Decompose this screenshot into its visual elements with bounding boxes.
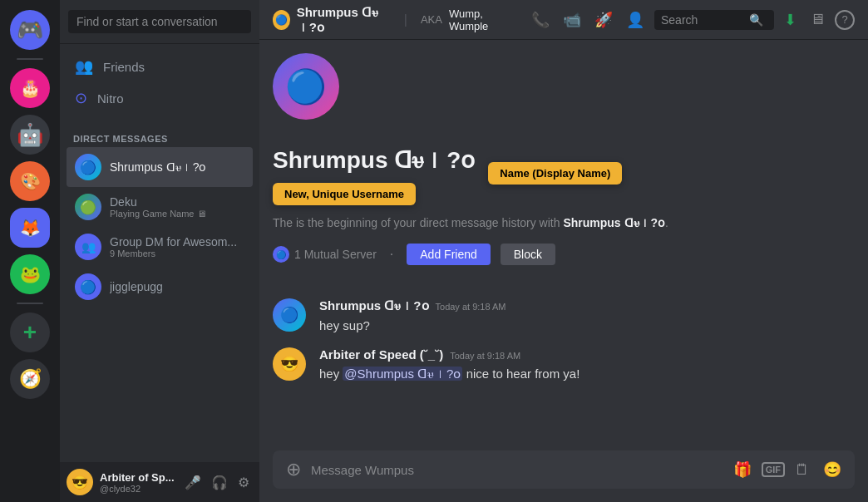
user-panel: 😎 Arbiter of Sp... @clyde32 🎤 🎧 ⚙ <box>60 462 259 502</box>
profile-history-text: The is the beginning of your direct mess… <box>273 216 855 230</box>
gif-button[interactable]: GIF <box>762 462 785 477</box>
add-friend-dm-button[interactable]: 👤 <box>623 7 648 32</box>
group-avatar: 👥 <box>75 234 101 260</box>
search-box: 🔍 <box>654 10 774 30</box>
shrumpus-item-info: Shrumpus ꓷᵿ꒐?ᴏ <box>110 160 206 175</box>
friends-icon: 👥 <box>75 57 93 76</box>
sticker-button[interactable]: 🗒 <box>792 458 813 482</box>
group-status: 9 Members <box>110 249 237 258</box>
username-tooltip: New, Unique Username <box>273 183 416 205</box>
explore-servers-button[interactable]: 🧭 <box>10 359 50 399</box>
top-bar-icons: 📞 📹 🚀 👤 🔍 ⬇ 🖥 ? <box>528 7 855 32</box>
shrumpus-msg-avatar: 🔵 <box>273 298 306 332</box>
profile-history-name: Shrumpus ꓷᵿ꒐?ᴏ <box>563 216 665 229</box>
nitro-boost-button[interactable]: 🚀 <box>591 7 616 32</box>
emoji-button[interactable]: 😊 <box>820 457 845 482</box>
message-author-1: Shrumpus ꓷᵿ꒐?ᴏ <box>319 298 429 313</box>
inbox-button[interactable]: 🖥 <box>806 7 828 32</box>
message-header-1: Shrumpus ꓷᵿ꒐?ᴏ Today at 9:18 AM <box>319 298 855 313</box>
deku-item-info: Deku Playing Game Name 🖥 <box>110 195 206 219</box>
find-conversation-input[interactable] <box>68 10 251 33</box>
jigglepugg-name: jigglepugg <box>110 280 163 293</box>
arbiter-msg-avatar: 😎 <box>273 347 306 381</box>
message-input-box: ⊕ 🎁 GIF 🗒 😊 <box>273 450 855 489</box>
message-group-2: 😎 Arbiter of Speed (˘_˘) Today at 9:18 A… <box>273 347 855 382</box>
search-icon: 🔍 <box>749 13 763 27</box>
shrumpus-avatar: 🔵 <box>75 154 101 180</box>
user-panel-avatar: 😎 <box>67 469 93 495</box>
user-panel-info: Arbiter of Sp... @clyde32 <box>100 471 175 494</box>
download-button[interactable]: ⬇ <box>781 7 800 32</box>
dm-sidebar: 👥 Friends ⊙ Nitro DIRECT MESSAGES 🔵 Shru… <box>60 0 259 502</box>
mutual-server-icon: 🔵 <box>273 246 289 263</box>
deafen-button[interactable]: 🎧 <box>208 471 231 494</box>
profile-header: 🔵 Shrumpus ꓷᵿ꒐?ᴏ Name (Display Name) Nam… <box>273 53 855 285</box>
dm-item-group[interactable]: 👥 Group DM for Awesom... 9 Members <box>67 227 253 267</box>
server-icon-5[interactable]: 🐸 <box>10 254 50 294</box>
user-panel-name: Arbiter of Sp... <box>100 471 175 484</box>
group-name: Group DM for Awesom... <box>110 235 237 249</box>
search-input[interactable] <box>661 13 744 27</box>
message-group-1: 🔵 Shrumpus ꓷᵿ꒐?ᴏ Today at 9:18 AM hey su… <box>273 298 855 334</box>
messages-area: 🔵 Shrumpus ꓷᵿ꒐?ᴏ Name (Display Name) Nam… <box>259 40 868 450</box>
server-icon-1[interactable]: 🎂 <box>10 68 50 108</box>
deku-status: Playing Game Name 🖥 <box>110 209 206 219</box>
top-bar-divider: | <box>404 12 407 27</box>
message-suffix: nice to hear from ya! <box>462 367 579 381</box>
server-icon-2[interactable]: 🤖 <box>10 115 50 155</box>
shrumpus-name: Shrumpus ꓷᵿ꒐?ᴏ <box>110 160 206 175</box>
server-icon-3[interactable]: 🎨 <box>10 161 50 201</box>
user-panel-icons: 🎤 🎧 ⚙ <box>181 471 253 494</box>
mute-button[interactable]: 🎤 <box>181 471 205 494</box>
message-timestamp-2: Today at 9:18 AM <box>450 351 520 361</box>
message-add-button[interactable]: ⊕ <box>283 450 304 489</box>
message-text-2: hey @Shrumpus ꓷᵿ꒐?ᴏ nice to hear from ya… <box>319 365 855 382</box>
display-name-row: Shrumpus ꓷᵿ꒐?ᴏ Name (Display Name) Name … <box>273 146 855 178</box>
message-header-2: Arbiter of Speed (˘_˘) Today at 9:18 AM <box>319 347 855 362</box>
friends-nav-item[interactable]: 👥 Friends <box>67 51 253 82</box>
message-prefix: hey <box>319 367 343 381</box>
main-content: 🔵 Shrumpus ꓷᵿ꒐?ᴏ | AKA Wump, Wumple 📞 📹 … <box>259 0 868 502</box>
message-content-2: Arbiter of Speed (˘_˘) Today at 9:18 AM … <box>319 347 855 382</box>
server-divider <box>17 58 43 60</box>
dot-separator: · <box>390 247 393 262</box>
help-button[interactable]: ? <box>835 10 855 30</box>
annotation-line-1 <box>259 88 414 138</box>
message-input[interactable] <box>311 454 723 486</box>
mutual-server-count: 1 Mutual Server <box>294 248 377 261</box>
top-bar-aka-names: Wump, Wumple <box>449 7 515 32</box>
message-input-area: ⊕ 🎁 GIF 🗒 😊 <box>259 450 868 502</box>
start-voice-call-button[interactable]: 📞 <box>528 7 553 32</box>
message-timestamp-1: Today at 9:18 AM <box>436 302 506 312</box>
dm-item-shrumpus[interactable]: 🔵 Shrumpus ꓷᵿ꒐?ᴏ <box>67 147 253 187</box>
display-name-tooltip: Name (Display Name) <box>488 162 622 185</box>
mutual-server: 🔵 1 Mutual Server <box>273 246 377 263</box>
server-sidebar: 🎮 🎂 🤖 🎨 🦊 🐸 + 🧭 <box>0 0 60 502</box>
message-author-2: Arbiter of Speed (˘_˘) <box>319 347 443 362</box>
message-input-right-icons: 🎁 GIF 🗒 😊 <box>730 457 845 482</box>
dm-item-jigglepugg[interactable]: 🔵 jigglepugg <box>67 267 253 307</box>
dm-search-area <box>60 0 259 44</box>
deku-name: Deku <box>110 195 206 209</box>
add-server-button[interactable]: + <box>10 313 50 352</box>
dm-item-deku[interactable]: 🟢 Deku Playing Game Name 🖥 <box>67 187 253 227</box>
jigglepugg-item-info: jigglepugg <box>110 280 163 293</box>
discord-logo: 🎮 <box>17 17 43 43</box>
server-divider-2 <box>17 303 43 304</box>
dm-section-header: DIRECT MESSAGES <box>60 121 259 147</box>
block-button[interactable]: Block <box>501 244 555 265</box>
add-friend-button[interactable]: Add Friend <box>407 244 490 265</box>
nitro-nav-item[interactable]: ⊙ Nitro <box>67 82 253 114</box>
nitro-label: Nitro <box>97 91 124 106</box>
user-settings-button[interactable]: ⚙ <box>234 471 253 494</box>
start-video-call-button[interactable]: 📹 <box>560 7 584 32</box>
user-panel-tag: @clyde32 <box>100 484 175 494</box>
jigglepugg-avatar: 🔵 <box>75 273 101 300</box>
gift-button[interactable]: 🎁 <box>730 457 755 482</box>
server-icon-4[interactable]: 🦊 <box>10 208 50 248</box>
profile-actions: 🔵 1 Mutual Server · Add Friend Block <box>273 244 855 265</box>
server-icon-home[interactable]: 🎮 <box>10 10 50 50</box>
mention-shrumpus[interactable]: @Shrumpus ꓷᵿ꒐?ᴏ <box>343 367 462 381</box>
message-content-1: Shrumpus ꓷᵿ꒐?ᴏ Today at 9:18 AM hey sup? <box>319 298 855 334</box>
dm-nav: 👥 Friends ⊙ Nitro <box>60 44 259 121</box>
